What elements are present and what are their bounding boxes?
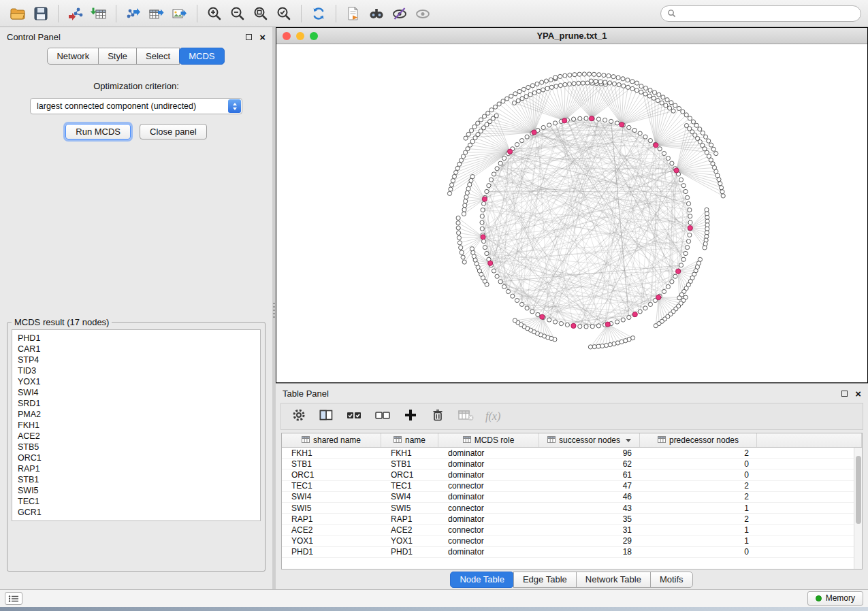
mcds-result-item[interactable]: ORC1 (18, 452, 255, 463)
zoom-in-icon[interactable] (204, 3, 225, 24)
show-columns-icon[interactable] (318, 407, 334, 426)
export-table-icon[interactable] (146, 3, 167, 24)
mcds-result-item[interactable]: TID3 (18, 365, 255, 376)
show-graphics-details-icon[interactable] (412, 3, 434, 24)
add-row-icon[interactable] (402, 407, 419, 426)
settings-gear-icon[interactable] (291, 407, 307, 426)
column-header-predecessor-nodes[interactable]: predecessor nodes (640, 433, 757, 447)
table-row[interactable]: ACE2ACE2connector311 (282, 525, 862, 535)
hide-graphics-details-icon[interactable] (389, 3, 411, 24)
mcds-result-item[interactable]: FKH1 (18, 420, 255, 431)
mcds-result-item[interactable]: SWI4 (18, 387, 255, 398)
mcds-result-title: MCDS result (17 nodes) (12, 317, 112, 327)
table-row[interactable]: STB1STB1dominator620 (282, 459, 862, 469)
refresh-layout-icon[interactable] (308, 3, 329, 24)
memory-button[interactable]: Memory (807, 591, 863, 606)
delete-row-icon[interactable] (430, 407, 446, 426)
column-type-icon (302, 435, 310, 445)
window-close-icon[interactable] (283, 32, 291, 40)
mcds-result-item[interactable]: SRD1 (18, 398, 255, 409)
column-header-name[interactable]: name (381, 433, 438, 447)
export-image-icon[interactable] (169, 3, 191, 24)
mcds-result-item[interactable]: GCR1 (18, 507, 255, 518)
cell-predecessor-nodes: 0 (640, 547, 757, 557)
window-maximize-icon[interactable] (310, 32, 318, 40)
tab-style[interactable]: Style (98, 48, 137, 65)
node-table: shared namenameMCDS rolesuccessor nodesp… (281, 433, 863, 569)
mcds-result-item[interactable]: CAR1 (18, 344, 255, 354)
search-box[interactable] (660, 5, 861, 22)
tab-select[interactable]: Select (136, 48, 180, 65)
column-label: predecessor nodes (669, 435, 739, 445)
mcds-result-item[interactable]: STP4 (18, 354, 255, 365)
mcds-result-list[interactable]: PHD1CAR1STP4TID3YOX1SWI4SRD1PMA2FKH1ACE2… (12, 329, 261, 521)
status-menu-icon[interactable] (5, 592, 22, 605)
find-icon[interactable] (366, 3, 387, 24)
cell-name: YOX1 (381, 536, 438, 546)
mcds-result-item[interactable]: PHD1 (18, 333, 255, 344)
table-row[interactable]: ORC1ORC1dominator610 (282, 469, 862, 480)
mcds-result-item[interactable]: SWI5 (18, 485, 255, 496)
column-header-mcds-role[interactable]: MCDS role (438, 433, 539, 447)
export-network-icon[interactable] (123, 3, 144, 24)
function-builder-icon[interactable]: f(x) (485, 410, 500, 423)
close-table-panel-icon[interactable]: × (855, 391, 861, 397)
mcds-result-item[interactable]: RAP1 (18, 463, 255, 474)
table-row[interactable]: YOX1YOX1connector291 (282, 536, 862, 547)
open-file-icon[interactable] (7, 3, 29, 24)
table-row[interactable]: SWI5SWI5connector431 (282, 503, 862, 514)
import-table-icon[interactable] (88, 3, 110, 24)
save-session-icon[interactable] (30, 3, 52, 24)
mcds-result-item[interactable]: TEC1 (18, 496, 255, 507)
cell-shared-name: SWI5 (282, 503, 381, 513)
tab-motifs[interactable]: Motifs (650, 572, 693, 588)
float-panel-icon[interactable] (246, 34, 252, 40)
table-row[interactable]: PHD1PHD1dominator180 (282, 547, 862, 558)
tab-node-table[interactable]: Node Table (450, 572, 514, 588)
mcds-result-item[interactable]: STB5 (18, 442, 255, 452)
table-row[interactable]: SWI4SWI4dominator462 (282, 492, 862, 503)
window-minimize-icon[interactable] (296, 32, 304, 40)
close-panel-button[interactable]: Close panel (140, 124, 207, 139)
toolbar-separator (58, 5, 59, 22)
criterion-dropdown[interactable]: largest connected component (undirected) (30, 98, 242, 114)
network-canvas[interactable] (276, 44, 867, 382)
table-row[interactable]: FKH1FKH1dominator962 (282, 448, 862, 459)
select-all-icon[interactable] (345, 407, 363, 426)
vertical-splitter[interactable] (272, 27, 276, 589)
tab-mcds[interactable]: MCDS (179, 48, 224, 65)
mcds-result-item[interactable]: YOX1 (18, 376, 255, 387)
tab-network-table[interactable]: Network Table (576, 572, 651, 588)
tab-edge-table[interactable]: Edge Table (513, 572, 577, 588)
tab-network[interactable]: Network (47, 48, 99, 65)
cell-mcds-role: connector (438, 503, 539, 513)
column-header-successor-nodes[interactable]: successor nodes (539, 433, 640, 447)
delete-table-icon[interactable] (457, 407, 475, 426)
close-panel-icon[interactable]: × (259, 34, 266, 40)
sort-descending-icon[interactable] (626, 439, 631, 442)
mcds-result-item[interactable]: PMA2 (18, 409, 255, 420)
cell-mcds-role: dominator (438, 492, 539, 501)
run-mcds-button[interactable]: Run MCDS (65, 124, 131, 139)
table-row[interactable]: TEC1TEC1connector472 (282, 481, 862, 492)
table-scrollbar[interactable] (854, 448, 862, 569)
column-header-shared-name[interactable]: shared name (282, 433, 381, 447)
share-document-icon[interactable] (342, 3, 364, 24)
search-input[interactable] (680, 8, 854, 19)
zoom-fit-icon[interactable] (250, 3, 272, 24)
scrollbar-thumb[interactable] (856, 456, 861, 524)
import-network-icon[interactable] (65, 3, 86, 24)
cell-successor-nodes: 96 (539, 448, 640, 458)
zoom-selected-icon[interactable] (273, 3, 295, 24)
cell-predecessor-nodes: 0 (640, 459, 757, 469)
mcds-result-item[interactable]: STB1 (18, 474, 255, 485)
mcds-result-item[interactable]: ACE2 (18, 431, 255, 442)
network-window-titlebar[interactable]: YPA_prune.txt_1 (276, 28, 867, 44)
float-table-panel-icon[interactable] (841, 391, 848, 397)
table-panel: Table Panel × f(x) s (276, 383, 868, 589)
table-row[interactable]: RAP1RAP1dominator352 (282, 514, 862, 525)
cell-mcds-role: dominator (438, 547, 539, 557)
deselect-all-icon[interactable] (374, 407, 391, 426)
cell-predecessor-nodes: 1 (640, 525, 757, 535)
zoom-out-icon[interactable] (227, 3, 248, 24)
